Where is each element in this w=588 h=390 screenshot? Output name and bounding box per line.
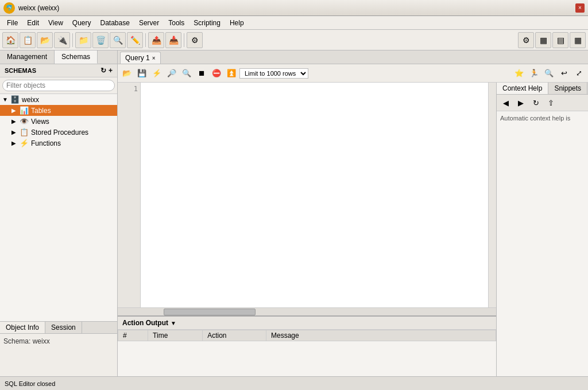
output-table: # Time Action Message (118, 330, 496, 382)
status-bar: SQL Editor closed (0, 376, 588, 390)
query-tab-label: Query 1 (125, 54, 150, 62)
toolbar-import[interactable]: 📤 (148, 32, 164, 48)
add-schema-icon[interactable]: + (109, 67, 113, 75)
ctx-forward-btn[interactable]: ▶ (514, 96, 528, 110)
toolbar-new-connection[interactable]: 🏠 (2, 32, 18, 48)
toolbar-inspect[interactable]: 🔍 (110, 32, 126, 48)
bottom-left-tab-bar: Object Info Session (0, 322, 117, 334)
toolbar-reconnect[interactable]: 🔌 (54, 32, 70, 48)
save-btn[interactable]: 💾 (135, 67, 149, 80)
menu-edit[interactable]: Edit (22, 18, 44, 28)
schema-tree: ▼ 🗄️ weixx ▶ 📊 Tables ▶ 👁️ Views ▶ 📋 St (0, 94, 117, 321)
toolbar-layout-3[interactable]: ▦ (570, 32, 586, 48)
limit-rows-select[interactable]: Limit to 1000 rows (239, 68, 308, 79)
ctx-back-btn[interactable]: ◀ (499, 96, 513, 110)
action-output-dropdown[interactable]: ▼ (171, 320, 176, 326)
toolbar-export[interactable]: 📥 (165, 32, 181, 48)
toggle-btn[interactable]: ⏫ (225, 67, 238, 80)
editor-h-scrollbar[interactable] (118, 307, 496, 315)
menu-scripting[interactable]: Scripting (189, 18, 225, 28)
query-tab-1[interactable]: Query 1 × (120, 52, 161, 64)
ctx-refresh-btn[interactable]: ↻ (529, 96, 543, 110)
context-toolbar: ◀ ▶ ↻ ⇧ (497, 95, 588, 111)
toolbar-create-schema[interactable]: 📁 (75, 32, 91, 48)
execute-sel-btn[interactable]: 🔎 (165, 67, 179, 80)
editor-container: 1 Action Output ▼ (118, 83, 496, 390)
schemas-header: SCHEMAS ↻ + (0, 64, 117, 77)
toolbar-edit[interactable]: ✏️ (127, 32, 143, 48)
context-panel: Context Help Snippets ◀ ▶ ↻ ⇧ Automatic … (496, 83, 588, 390)
editor-scrollbar[interactable] (488, 83, 496, 307)
sql-editor[interactable] (141, 83, 488, 307)
separator-2 (145, 33, 146, 47)
h-scrollbar-thumb[interactable] (164, 309, 256, 315)
find-btn[interactable]: 🔍 (542, 67, 556, 80)
col-number: # (118, 330, 148, 341)
tree-item-functions[interactable]: ▶ ⚡ Functions (0, 138, 117, 149)
tab-management[interactable]: Management (0, 50, 55, 64)
menu-database[interactable]: Database (96, 18, 134, 28)
toolbar-drop[interactable]: 🗑️ (92, 32, 109, 48)
main-toolbar: 🏠 📋 📂 🔌 📁 🗑️ 🔍 ✏️ 📤 📥 ⚙ ⚙ ▦ ▤ ▦ (0, 30, 588, 50)
execute-btn[interactable]: ⚡ (150, 67, 164, 80)
col-time: Time (148, 330, 203, 341)
menu-file[interactable]: File (2, 18, 22, 28)
window-close-button[interactable]: × (575, 3, 585, 13)
explain-btn[interactable]: 🔍 (180, 67, 194, 80)
refresh-icon[interactable]: ↻ (100, 67, 106, 75)
menu-query[interactable]: Query (68, 18, 96, 28)
title-bar: 🐬 weixx (weixx) × (0, 0, 588, 16)
toolbar-sql-file[interactable]: 📋 (20, 32, 36, 48)
left-panel: Management Schemas SCHEMAS ↻ + ▼ 🗄️ weix… (0, 50, 118, 390)
fullscreen-btn[interactable]: ⤢ (572, 67, 586, 80)
tab-session[interactable]: Session (45, 322, 82, 333)
menu-view[interactable]: View (44, 18, 68, 28)
stop-btn[interactable]: ⏹ (195, 67, 208, 80)
toolbar-open[interactable]: 📂 (37, 32, 53, 48)
schemas-label: SCHEMAS (5, 67, 36, 74)
context-tabs: Context Help Snippets (497, 83, 588, 95)
menu-tools[interactable]: Tools (164, 18, 189, 28)
tree-item-views[interactable]: ▶ 👁️ Views (0, 116, 117, 127)
bookmark-btn[interactable]: ⭐ (512, 67, 526, 80)
action-output-label: Action Output (122, 319, 168, 327)
tab-object-info[interactable]: Object Info (0, 322, 45, 333)
stop-all-btn[interactable]: ⛔ (210, 67, 223, 80)
status-text: SQL Editor closed (5, 380, 55, 387)
ctx-home-btn[interactable]: ⇧ (544, 96, 558, 110)
object-info-content: Schema: weixx (0, 334, 117, 349)
toolbar-manage-conn[interactable]: ⚙ (187, 32, 203, 48)
menu-help[interactable]: Help (225, 18, 249, 28)
run-bookmark-btn[interactable]: 🏃 (527, 67, 541, 80)
word-wrap-btn[interactable]: ↩ (557, 67, 571, 80)
query-tabs: Query 1 × (118, 50, 588, 64)
filter-box (0, 77, 117, 94)
tree-root-weixx[interactable]: ▼ 🗄️ weixx (0, 94, 117, 105)
separator-1 (72, 33, 73, 47)
toolbar-layout-2[interactable]: ▤ (552, 32, 568, 48)
tab-context-help[interactable]: Context Help (497, 83, 548, 94)
toolbar-layout-1[interactable]: ▦ (535, 32, 551, 48)
line-number-1: 1 (120, 85, 138, 93)
window-title: weixx (weixx) (18, 4, 575, 12)
separator-3 (184, 33, 184, 47)
col-message: Message (266, 330, 496, 341)
right-area: Query 1 × 📂 💾 ⚡ 🔎 🔍 ⏹ ⛔ ⏫ Limit to 1000 … (118, 50, 588, 390)
query-tab-close[interactable]: × (152, 55, 156, 61)
app-icon: 🐬 (3, 2, 15, 14)
menu-server[interactable]: Server (134, 18, 164, 28)
filter-input[interactable] (2, 80, 115, 91)
tab-snippets[interactable]: Snippets (548, 83, 587, 94)
tree-item-tables[interactable]: ▶ 📊 Tables (0, 105, 117, 116)
menu-bar: File Edit View Query Database Server Too… (0, 16, 588, 30)
context-content: Automatic context help is (497, 111, 588, 390)
left-tab-bar: Management Schemas (0, 50, 117, 64)
schemas-header-icons: ↻ + (100, 67, 113, 75)
tab-schemas[interactable]: Schemas (55, 50, 98, 64)
line-numbers: 1 (118, 83, 141, 307)
col-action: Action (203, 330, 266, 341)
tree-item-stored-procedures[interactable]: ▶ 📋 Stored Procedures (0, 127, 117, 138)
toolbar-preferences[interactable]: ⚙ (518, 32, 534, 48)
main-container: Management Schemas SCHEMAS ↻ + ▼ 🗄️ weix… (0, 50, 588, 390)
open-file-btn[interactable]: 📂 (120, 67, 134, 80)
